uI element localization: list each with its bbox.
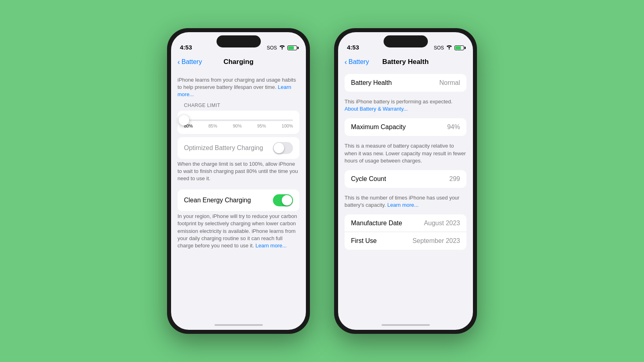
charge-limit-label: CHARGE LIMIT (178, 103, 299, 111)
slider-mark-95: 95% (257, 123, 266, 128)
home-bar-2 (382, 324, 430, 326)
maximum-capacity-section: Maximum Capacity 94% This is a measure o… (338, 118, 473, 170)
dates-card: Manufacture Date August 2023 First Use S… (345, 214, 466, 250)
nav-bar: ‹ Battery Charging (171, 53, 306, 71)
slider-mark-85: 85% (208, 123, 217, 128)
battery-warranty-link[interactable]: About Battery & Warranty... (345, 106, 408, 112)
back-button[interactable]: ‹ Battery (178, 58, 202, 66)
dynamic-island (217, 35, 261, 47)
back-chevron-icon: ‹ (178, 58, 180, 66)
charging-phone: 4:53 SOS ‹ Battery (167, 28, 310, 334)
home-indicator-2 (338, 320, 473, 330)
battery-health-card: Battery Health Normal (345, 74, 466, 92)
clean-energy-desc: In your region, iPhone will try to reduc… (171, 213, 306, 253)
wifi-icon (279, 45, 285, 51)
back-button-2[interactable]: ‹ Battery (345, 58, 369, 66)
clean-energy-toggle[interactable] (273, 194, 293, 206)
battery-health-section: Battery Health Normal This iPhone batter… (338, 74, 473, 118)
cycle-count-label: Cycle Count (351, 175, 386, 183)
optimized-charging-row: Optimized Battery Charging (178, 137, 299, 159)
signal-icon-2: SOS (434, 45, 444, 51)
slider-card: 80% 85% 90% 95% 100% (178, 111, 299, 134)
home-indicator (171, 320, 306, 330)
manufacture-date-row: Manufacture Date August 2023 (345, 214, 466, 232)
dynamic-island-2 (384, 35, 428, 47)
back-label: Battery (182, 58, 202, 66)
status-time-2: 4:53 (347, 44, 359, 51)
battery-health-label: Battery Health (351, 79, 392, 86)
maximum-capacity-label: Maximum Capacity (351, 123, 406, 131)
content-area-2: Battery Health Normal This iPhone batter… (338, 71, 473, 320)
toggle-knob (274, 143, 284, 153)
slider-mark-90: 90% (233, 123, 242, 128)
wifi-icon-2 (446, 45, 452, 51)
signal-icon: SOS (267, 45, 277, 51)
slider-labels: 80% 85% 90% 95% 100% (184, 123, 293, 128)
charge-limit-section: CHARGE LIMIT 80% 85% 90% 95% 100% (178, 103, 299, 134)
first-use-row: First Use September 2023 (345, 232, 466, 250)
phone-screen-2: 4:53 SOS ‹ Battery (338, 32, 473, 330)
page-title-2: Battery Health (382, 58, 429, 66)
section-description: iPhone learns from your charging and usa… (171, 71, 306, 103)
clean-energy-label: Clean Energy Charging (184, 197, 251, 204)
first-use-label: First Use (351, 237, 377, 245)
back-chevron-icon-2: ‹ (345, 58, 347, 66)
slider-mark-100: 100% (282, 123, 293, 128)
battery-health-info: This iPhone battery is performing as exp… (338, 95, 473, 118)
svg-point-0 (282, 49, 283, 49)
battery-health-row: Battery Health Normal (345, 74, 466, 92)
battery-status-icon (287, 45, 297, 50)
cycle-count-info: This is the number of times iPhone has u… (338, 191, 473, 214)
status-icons-2: SOS (434, 45, 464, 51)
dates-section: Manufacture Date August 2023 First Use S… (338, 214, 473, 250)
battery-health-value: Normal (439, 79, 460, 86)
home-bar (215, 324, 263, 326)
clean-energy-row: Clean Energy Charging (178, 189, 299, 211)
battery-status-icon-2 (454, 45, 464, 50)
status-icons: SOS (267, 45, 297, 51)
status-time: 4:53 (180, 44, 192, 51)
cycle-count-section: Cycle Count 299 This is the number of ti… (338, 170, 473, 214)
manufacture-date-label: Manufacture Date (351, 220, 402, 227)
slider-track[interactable] (184, 119, 293, 121)
battery-health-phone: 4:53 SOS ‹ Battery (334, 28, 477, 334)
maximum-capacity-row: Maximum Capacity 94% (345, 118, 466, 136)
nav-bar-2: ‹ Battery Battery Health (338, 53, 473, 71)
clean-energy-learn-more[interactable]: Learn more... (256, 243, 287, 249)
cycle-count-learn-more[interactable]: Learn more... (387, 202, 418, 208)
cycle-count-row: Cycle Count 299 (345, 170, 466, 188)
manufacture-date-value: August 2023 (424, 220, 460, 227)
optimized-charging-desc: When the charge limit is set to 100%, al… (171, 160, 306, 187)
maximum-capacity-info: This is a measure of battery capacity re… (338, 139, 473, 170)
maximum-capacity-card: Maximum Capacity 94% (345, 118, 466, 136)
optimized-charging-label: Optimized Battery Charging (184, 144, 263, 152)
first-use-value: September 2023 (413, 237, 460, 245)
slider-thumb[interactable] (179, 115, 189, 125)
phone-screen: 4:53 SOS ‹ Battery (171, 32, 306, 330)
clean-energy-card: Clean Energy Charging (178, 189, 299, 211)
page-title: Charging (223, 58, 254, 66)
toggle-knob-2 (282, 195, 292, 206)
content-area: iPhone learns from your charging and usa… (171, 71, 306, 320)
cycle-count-value: 299 (449, 175, 460, 183)
maximum-capacity-value: 94% (447, 123, 460, 131)
optimized-charging-card: Optimized Battery Charging (178, 137, 299, 159)
svg-point-1 (449, 49, 450, 49)
back-label-2: Battery (349, 58, 369, 66)
cycle-count-card: Cycle Count 299 (345, 170, 466, 188)
optimized-charging-toggle[interactable] (273, 142, 293, 154)
